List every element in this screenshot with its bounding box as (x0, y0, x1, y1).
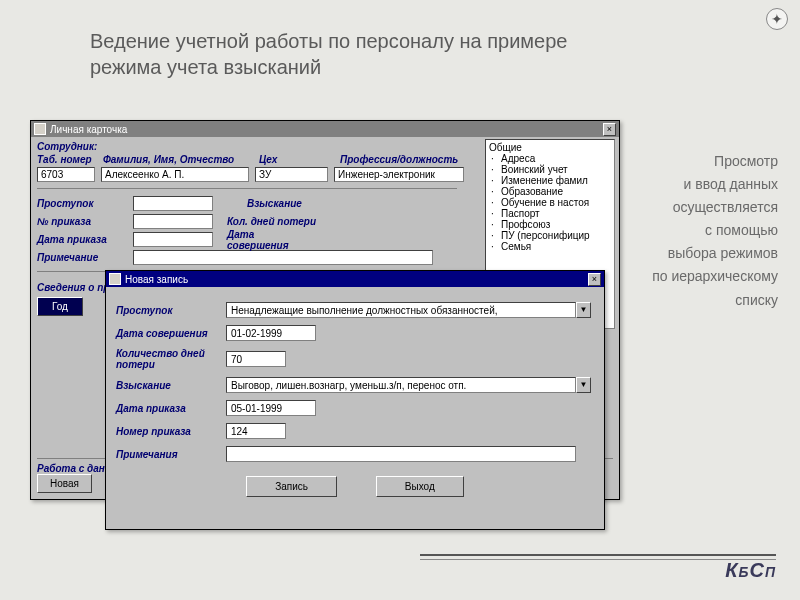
new-button[interactable]: Новая (37, 474, 92, 493)
col-tabnum: Таб. номер (37, 154, 97, 165)
lbl-dataprikaz: Дата приказа (37, 234, 127, 245)
dataprikaz-field[interactable] (133, 232, 213, 247)
chevron-down-icon[interactable]: ▼ (576, 377, 591, 393)
dlg-lbl-prostupok: Проступок (116, 305, 226, 316)
titlebar-back[interactable]: Личная карточка × (31, 121, 619, 137)
lbl-prim: Примечание (37, 252, 127, 263)
side-description: Просмотр и ввод данных осуществляется с … (628, 150, 778, 312)
dlg-lbl-datasov: Дата совершения (116, 328, 226, 339)
dlg-noprikaz-field[interactable]: 124 (226, 423, 286, 439)
footer-divider (420, 554, 776, 556)
tree-item[interactable]: Обучение в настоя (489, 197, 611, 208)
close-icon[interactable]: × (603, 123, 616, 136)
lbl-prostupok: Проступок (37, 198, 127, 209)
dialog-title: Новая запись (125, 274, 588, 285)
chevron-down-icon[interactable]: ▼ (576, 302, 591, 318)
prof-field[interactable]: Инженер-электроник (334, 167, 464, 182)
col-fio: Фамилия, Имя, Отчество (103, 154, 253, 165)
prostupok-field[interactable] (133, 196, 213, 211)
dlg-dataprikaz-field[interactable]: 05-01-1999 (226, 400, 316, 416)
lbl-noprikaz: № приказа (37, 216, 127, 227)
app-icon (109, 273, 121, 285)
tabnum-field[interactable]: 6703 (37, 167, 95, 182)
exit-button[interactable]: Выход (376, 476, 464, 497)
dlg-lbl-noprikaz: Номер приказа (116, 426, 226, 437)
dlg-lbl-vzisk: Взыскание (116, 380, 226, 391)
app-icon (34, 123, 46, 135)
tree-item[interactable]: Образование (489, 186, 611, 197)
dlg-datasov-field[interactable]: 01-02-1999 (226, 325, 316, 341)
tree-root[interactable]: Общие (489, 142, 611, 153)
tree-item[interactable]: Адреса (489, 153, 611, 164)
dlg-koldney-field[interactable]: 70 (226, 351, 286, 367)
save-button[interactable]: Запись (246, 476, 337, 497)
tree-item[interactable]: ПУ (персонифицир (489, 230, 611, 241)
lbl-koldney: Кол. дней потери (227, 216, 317, 227)
window-title: Личная карточка (50, 124, 603, 135)
dlg-lbl-koldney: Количество дней потери (116, 348, 226, 370)
titlebar-dialog[interactable]: Новая запись × (106, 271, 604, 287)
close-icon[interactable]: × (588, 273, 601, 286)
lbl-vzisk: Взыскание (247, 198, 337, 209)
noprikaz-field[interactable] (133, 214, 213, 229)
year-button[interactable]: Год (37, 297, 83, 316)
dlg-lbl-dataprikaz: Дата приказа (116, 403, 226, 414)
dlg-prostupok-field[interactable]: Ненадлежащие выполнение должностных обяз… (226, 302, 576, 318)
lbl-datasov: Дата совершения (227, 229, 317, 251)
dlg-prim-field[interactable] (226, 446, 576, 462)
tree-item[interactable]: Изменение фамил (489, 175, 611, 186)
tree-item[interactable]: Семья (489, 241, 611, 252)
slide-logo-icon: ✦ (766, 8, 788, 30)
fio-field[interactable]: Алексеенко А. П. (101, 167, 249, 182)
col-ceh: Цех (259, 154, 334, 165)
dlg-lbl-prim: Примечания (116, 449, 226, 460)
new-record-dialog: Новая запись × Проступок Ненадлежащие вы… (105, 270, 605, 530)
tree-item[interactable]: Воинский учет (489, 164, 611, 175)
footer-divider (420, 559, 776, 560)
dlg-vzisk-field[interactable]: Выговор, лишен.вознагр, уменьш.з/п, пере… (226, 377, 576, 393)
tree-item[interactable]: Паспорт (489, 208, 611, 219)
prim-field[interactable] (133, 250, 433, 265)
ceh-field[interactable]: ЗУ (255, 167, 328, 182)
tree-item[interactable]: Профсоюз (489, 219, 611, 230)
brand-logo: КБСП (725, 559, 776, 582)
slide-title: Ведение учетной работы по персоналу на п… (90, 28, 620, 80)
